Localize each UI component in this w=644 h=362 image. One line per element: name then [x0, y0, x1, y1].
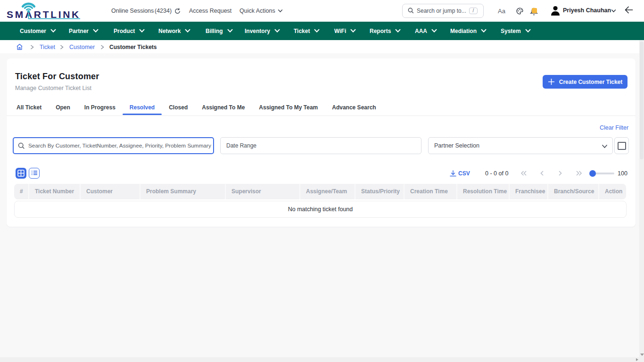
- svg-text:SMARTLINK: SMARTLINK: [7, 9, 81, 20]
